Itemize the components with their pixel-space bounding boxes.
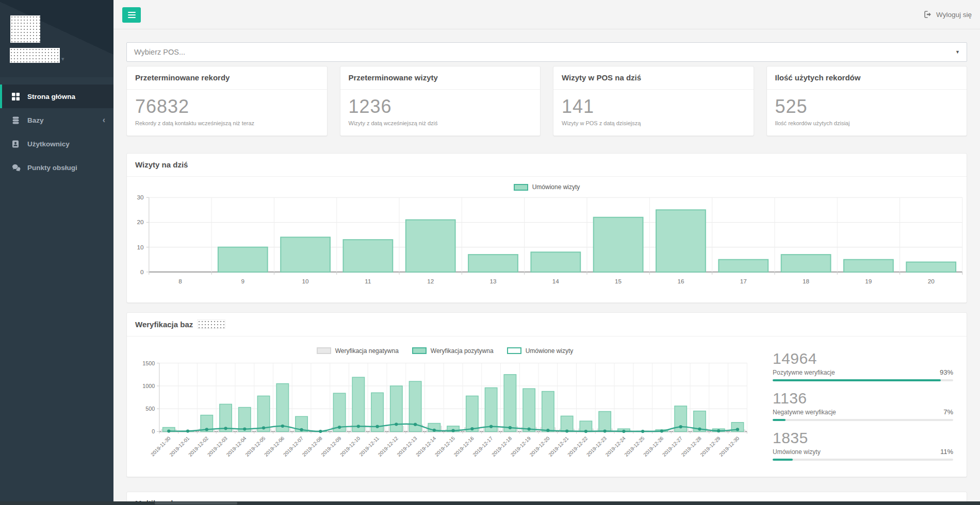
- progress-track: [773, 459, 953, 461]
- card-value: 141: [562, 96, 745, 117]
- topbar: Wyloguj się: [113, 0, 980, 29]
- sidebar-item-label: Użytkownicy: [27, 140, 70, 148]
- svg-text:2019-12-21: 2019-12-21: [547, 435, 569, 458]
- sidebar-item-punkty-obslugi[interactable]: Punkty obsługi: [0, 156, 113, 179]
- card-title: Ilość użytych rekordów: [775, 73, 861, 82]
- card-value: 76832: [135, 96, 319, 117]
- card-caption: Rekordy z datą kontaktu wcześniejszą niż…: [135, 120, 319, 126]
- sidebar-menu: Strona główna Bazy ‹ Użytkownicy Punkty …: [0, 85, 113, 179]
- legend-label: Umówione wizyty: [526, 347, 574, 355]
- content: Wybierz POS... ▼ Przeterminowane rekordy…: [113, 42, 980, 505]
- svg-text:8: 8: [178, 278, 182, 284]
- svg-text:2019-12-09: 2019-12-09: [320, 435, 342, 458]
- card-caption: Wizyty w POS z datą dzisiejszą: [562, 120, 745, 126]
- svg-text:10: 10: [137, 244, 144, 250]
- visits-bar-chart: 0102030891011121314151617181920: [127, 192, 967, 297]
- legend-label: Weryfikacja pozytywna: [431, 347, 494, 355]
- panel-title: Wizyty na dziś: [135, 160, 188, 169]
- card-title: Wizyty w POS na dziś: [562, 73, 641, 82]
- stat-card-przeterminowane-wizyty: Przeterminowane wizyty 1236 Wizyty z dat…: [340, 66, 541, 136]
- dashboard-grid-icon: [12, 93, 21, 100]
- card-value: 1236: [349, 96, 532, 117]
- svg-text:14: 14: [552, 278, 560, 284]
- card-caption: Ilość rekordów użytych dzisiaj: [775, 120, 959, 126]
- legend-swatch-icon: [514, 184, 528, 191]
- sidebar-item-label: Strona główna: [27, 93, 75, 100]
- svg-text:16: 16: [677, 278, 684, 284]
- scrollbar-thumb[interactable]: [155, 502, 237, 504]
- svg-text:2019-12-16: 2019-12-16: [453, 435, 475, 458]
- vstat-percent: 11%: [940, 448, 953, 456]
- svg-text:20: 20: [137, 218, 144, 225]
- logout-link[interactable]: Wyloguj się: [921, 0, 975, 29]
- card-title: Przeterminowane rekordy: [135, 73, 230, 82]
- legend-swatch-icon: [412, 347, 427, 354]
- svg-text:0: 0: [152, 428, 155, 434]
- svg-text:2019-12-02: 2019-12-02: [187, 435, 209, 458]
- svg-text:2019-12-18: 2019-12-18: [491, 435, 513, 458]
- svg-text:2019-12-19: 2019-12-19: [510, 435, 532, 458]
- sidebar-logo-area: ▾: [0, 0, 113, 77]
- title-redacted-block: [197, 319, 225, 329]
- horizontal-scrollbar[interactable]: [0, 501, 980, 505]
- vstat-value: 1136: [773, 390, 953, 407]
- vstat-umowione: 1835 Umówione wizyty 11%: [773, 429, 953, 461]
- chart1-legend: Umówione wizyty: [127, 182, 967, 192]
- panel-weryfikacja-baz: Weryfikacja baz Weryfikacja negatywna We…: [126, 312, 967, 478]
- svg-text:2019-12-01: 2019-12-01: [168, 435, 190, 458]
- chart2-legend: Weryfikacja negatywna Weryfikacja pozyty…: [135, 346, 755, 356]
- logo-caret-down-icon: ▾: [61, 56, 64, 62]
- svg-text:2019-12-13: 2019-12-13: [396, 435, 418, 458]
- sidebar-item-bazy[interactable]: Bazy ‹: [0, 108, 113, 132]
- comments-icon: [12, 164, 21, 172]
- card-value: 525: [775, 96, 959, 117]
- card-title: Przeterminowane wizyty: [349, 73, 438, 82]
- svg-text:2019-12-08: 2019-12-08: [301, 435, 323, 458]
- svg-text:2019-12-23: 2019-12-23: [585, 435, 608, 458]
- sidebar-item-uzytkownicy[interactable]: Użytkownicy: [0, 132, 113, 156]
- svg-text:19: 19: [865, 278, 872, 284]
- svg-text:2019-12-28: 2019-12-28: [680, 435, 703, 458]
- panel-title: Weryfikacja baz: [135, 320, 193, 329]
- database-icon: [12, 116, 21, 124]
- legend-item-weryfikacja-pozytywna: Weryfikacja pozytywna: [412, 347, 494, 355]
- sidebar-toggle-button[interactable]: [122, 7, 141, 23]
- svg-text:2019-12-29: 2019-12-29: [699, 435, 721, 458]
- progress-fill: [773, 379, 941, 381]
- legend-label: Weryfikacja negatywna: [335, 347, 399, 355]
- sign-out-icon: [924, 11, 932, 18]
- svg-text:20: 20: [928, 278, 935, 284]
- svg-text:2019-12-10: 2019-12-10: [339, 435, 361, 457]
- vstat-value: 14964: [773, 350, 953, 367]
- progress-fill: [773, 459, 793, 461]
- vstat-negatywne: 1136 Negatywne weryfikacje 7%: [773, 390, 953, 421]
- vstat-value: 1835: [773, 429, 953, 447]
- card-caption: Wizyty z datą wcześniejszą niż dziś: [349, 120, 532, 126]
- legend-item-weryfikacja-negatywna: Weryfikacja negatywna: [317, 347, 399, 355]
- pos-select[interactable]: Wybierz POS... ▼: [126, 42, 967, 62]
- verification-combo-chart: 0500100015002019-11-302019-12-012019-12-…: [135, 356, 755, 473]
- sidebar-item-strona-glowna[interactable]: Strona główna: [0, 85, 113, 108]
- svg-text:15: 15: [615, 278, 622, 284]
- vstat-label: Umówione wizyty: [773, 448, 821, 456]
- logout-label: Wyloguj się: [936, 11, 972, 19]
- legend-label: Umówione wizyty: [532, 183, 580, 191]
- svg-text:10: 10: [302, 278, 309, 284]
- legend-item-umowione-wizyty: Umówione wizyty: [514, 183, 580, 191]
- vstat-percent: 93%: [940, 368, 953, 376]
- svg-text:2019-12-17: 2019-12-17: [471, 435, 494, 458]
- chevron-left-icon: ‹: [103, 116, 105, 124]
- svg-text:1000: 1000: [142, 383, 155, 389]
- svg-text:12: 12: [427, 278, 434, 284]
- progress-track: [773, 419, 953, 421]
- stat-cards-row: Przeterminowane rekordy 76832 Rekordy z …: [126, 66, 967, 136]
- verification-stats-column: 14964 Pozytywne weryfikacje 93% 1136 Neg…: [755, 341, 958, 473]
- svg-text:2019-12-27: 2019-12-27: [661, 435, 683, 458]
- sidebar-item-label: Bazy: [27, 116, 44, 124]
- svg-text:2019-12-03: 2019-12-03: [206, 435, 228, 458]
- sidebar-item-label: Punkty obsługi: [27, 164, 77, 172]
- svg-text:2019-12-26: 2019-12-26: [642, 435, 664, 458]
- legend-item-umowione-wizyty: Umówione wizyty: [507, 347, 574, 355]
- vstat-label: Negatywne weryfikacje: [773, 409, 836, 416]
- svg-text:9: 9: [241, 278, 245, 284]
